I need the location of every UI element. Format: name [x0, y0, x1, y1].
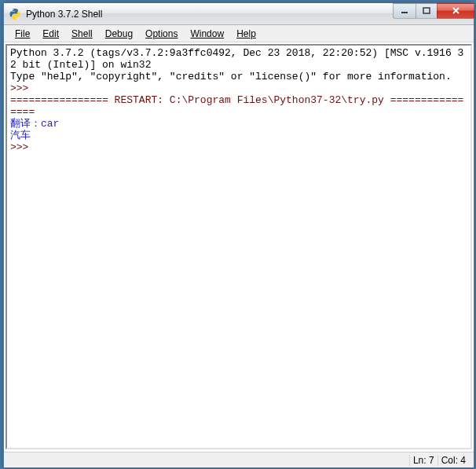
- banner-line: Python 3.7.2 (tags/v3.7.2:9a3ffc0492, De…: [10, 47, 463, 71]
- menu-help[interactable]: Help: [230, 27, 262, 41]
- svg-point-1: [16, 17, 16, 18]
- python-icon: [9, 8, 21, 20]
- menu-options[interactable]: Options: [139, 27, 184, 41]
- menu-shell[interactable]: Shell: [65, 27, 99, 41]
- output-line: 翻译：car: [10, 118, 59, 130]
- restart-line: ================ RESTART: C:\Program Fil…: [10, 94, 463, 118]
- output-line: 汽车: [10, 130, 31, 141]
- menu-edit[interactable]: Edit: [36, 27, 65, 41]
- statusbar: Ln: 7 Col: 4: [4, 452, 474, 467]
- menubar: File Edit Shell Debug Options Window Hel…: [4, 25, 474, 42]
- window-title: Python 3.7.2 Shell: [26, 9, 394, 20]
- menu-debug[interactable]: Debug: [99, 27, 139, 41]
- window-controls: [394, 3, 474, 19]
- menu-window[interactable]: Window: [184, 27, 230, 41]
- shell-editor[interactable]: Python 3.7.2 (tags/v3.7.2:9a3ffc0492, De…: [5, 44, 472, 449]
- svg-point-0: [13, 9, 13, 10]
- minimize-button[interactable]: [393, 3, 416, 19]
- app-window: Python 3.7.2 Shell File Edit Shell Debug…: [3, 3, 474, 468]
- menu-file[interactable]: File: [9, 27, 36, 41]
- banner-line: Type "help", "copyright", "credits" or "…: [10, 71, 452, 82]
- close-button[interactable]: [437, 3, 474, 19]
- titlebar[interactable]: Python 3.7.2 Shell: [4, 3, 474, 25]
- prompt: >>>: [10, 82, 35, 94]
- maximize-button[interactable]: [416, 3, 438, 19]
- prompt: >>>: [10, 141, 35, 153]
- status-line: Ln: 7: [409, 455, 438, 466]
- svg-rect-3: [423, 8, 430, 13]
- status-col: Col: 4: [438, 455, 469, 466]
